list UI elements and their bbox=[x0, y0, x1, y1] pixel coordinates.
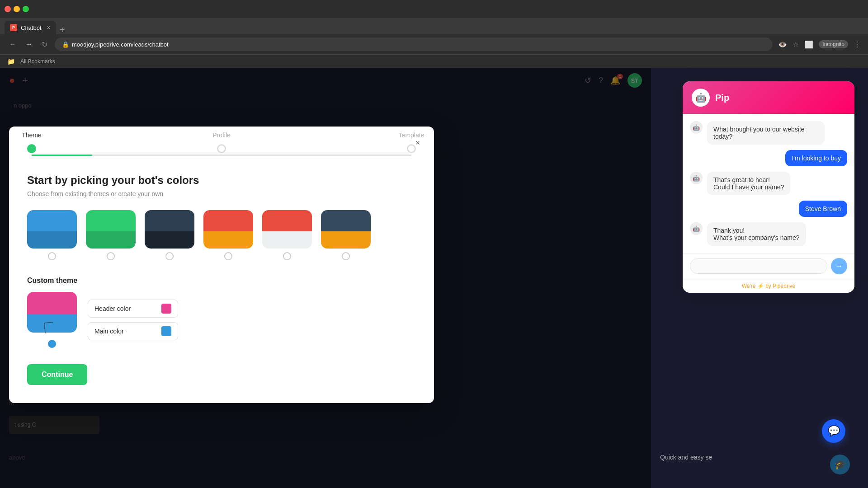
swatch-green-preview[interactable] bbox=[86, 210, 136, 249]
chat-widget: 🤖 Pip 🤖 What brought you to our website … bbox=[683, 81, 854, 293]
bot-bubble-3-line2: What's your company's name? bbox=[713, 234, 800, 241]
swatch-red-yellow-radio[interactable] bbox=[224, 252, 232, 260]
address-bar: ← → ↻ 🔒 moodjoy.pipedrive.com/leads/chat… bbox=[0, 34, 868, 54]
chat-fab-btn[interactable]: 💬 bbox=[822, 419, 845, 443]
step-profile: Profile bbox=[217, 144, 226, 153]
swatch-blue bbox=[27, 210, 77, 260]
footer-text: We're bbox=[742, 283, 756, 289]
url-text: moodjoy.pipedrive.com/leads/chatbot bbox=[72, 41, 169, 48]
user-bubble-1: I'm looking to buy bbox=[785, 150, 847, 166]
bot-bubble-2: That's great to hear! Could I have your … bbox=[707, 172, 790, 195]
step-template: Template bbox=[407, 144, 416, 153]
user-bubble-2: Steve Brown bbox=[799, 201, 847, 217]
bot-icon-2: 🤖 bbox=[690, 172, 703, 184]
bookmarks-label[interactable]: All Bookmarks bbox=[20, 58, 55, 65]
custom-swatch-wrapper bbox=[27, 292, 77, 348]
custom-swatch-radio[interactable] bbox=[48, 340, 56, 348]
incognito-label: Incognito bbox=[819, 40, 848, 48]
theme-modal: × Theme Profile Template bbox=[9, 127, 434, 403]
chat-preview-panel: 🤖 Pip 🤖 What brought you to our website … bbox=[651, 68, 868, 488]
forward-btn[interactable]: → bbox=[24, 38, 34, 50]
header-color-label: Header color bbox=[94, 305, 156, 312]
bookmarks-folder-icon: 📁 bbox=[7, 58, 15, 65]
chat-msg-1: 🤖 What brought you to our website today? bbox=[690, 121, 847, 145]
swatch-dark bbox=[145, 210, 194, 260]
active-tab[interactable]: P Chatbot × bbox=[5, 21, 56, 34]
more-options-icon[interactable]: ⋮ bbox=[854, 40, 861, 49]
swatch-dark-yellow bbox=[321, 210, 371, 260]
tab-favicon: P bbox=[10, 24, 17, 31]
chat-footer: We're ⚡ by Pipedrive bbox=[683, 279, 854, 293]
window-close-btn[interactable] bbox=[5, 6, 11, 12]
quick-easy-text: Quick and easy se bbox=[660, 454, 712, 461]
custom-swatch-preview[interactable] bbox=[27, 292, 77, 333]
chat-input[interactable] bbox=[690, 258, 827, 274]
swatch-blue-radio[interactable] bbox=[48, 252, 56, 260]
bot-icon-3: 🤖 bbox=[690, 222, 703, 235]
swatch-blue-preview[interactable] bbox=[27, 210, 77, 249]
tab-title: Chatbot bbox=[21, 24, 42, 31]
swatch-red-white bbox=[262, 210, 312, 260]
bot-avatar-icon: 🤖 bbox=[695, 92, 707, 103]
url-input[interactable]: 🔒 moodjoy.pipedrive.com/leads/chatbot bbox=[55, 38, 773, 51]
color-controls: Header color Main color bbox=[88, 300, 178, 340]
star-icon[interactable]: ☆ bbox=[793, 40, 799, 49]
chat-body: 🤖 What brought you to our website today?… bbox=[683, 114, 854, 253]
swatch-dark-radio[interactable] bbox=[165, 252, 174, 260]
step-theme: Theme bbox=[27, 144, 36, 153]
swatch-green-radio[interactable] bbox=[107, 252, 115, 260]
tab-close-btn[interactable]: × bbox=[47, 24, 51, 31]
swatch-green bbox=[86, 210, 136, 260]
chat-send-btn[interactable]: → bbox=[831, 258, 847, 274]
header-color-control: Header color bbox=[88, 300, 178, 318]
swatch-red-white-radio[interactable] bbox=[283, 252, 291, 260]
page-content: ● + ↺ ? 🔔1 ST n oppo M t using C above bbox=[0, 68, 868, 488]
send-icon: → bbox=[835, 262, 843, 270]
bot-bubble-3-line1: Thank you! bbox=[713, 227, 800, 234]
step-template-dot bbox=[407, 144, 416, 153]
main-color-picker[interactable] bbox=[161, 326, 171, 336]
window-controls bbox=[5, 6, 29, 12]
custom-swatch-bottom bbox=[27, 314, 77, 333]
custom-swatch-top bbox=[27, 292, 77, 314]
window-maximize-btn[interactable] bbox=[23, 6, 29, 12]
step-profile-dot bbox=[217, 144, 226, 153]
chat-fab-icon: 💬 bbox=[828, 425, 840, 437]
continue-button[interactable]: Continue bbox=[27, 364, 87, 385]
main-color-label: Main color bbox=[94, 328, 156, 335]
app-area: ● + ↺ ? 🔔1 ST n oppo M t using C above bbox=[0, 68, 651, 488]
chat-header: 🤖 Pip bbox=[683, 81, 854, 114]
main-color-control: Main color bbox=[88, 322, 178, 340]
step-theme-label: Theme bbox=[22, 131, 42, 139]
footer-suffix: by Pipedrive bbox=[765, 283, 795, 289]
swatch-red-white-preview[interactable] bbox=[262, 210, 312, 249]
chat-msg-2: I'm looking to buy bbox=[690, 150, 847, 166]
header-color-picker[interactable] bbox=[161, 304, 171, 314]
swatch-dark-yellow-preview[interactable] bbox=[321, 210, 371, 249]
custom-theme-section: Custom theme Header color bbox=[27, 277, 416, 348]
step-template-label: Template bbox=[399, 131, 425, 139]
window-minimize-btn[interactable] bbox=[14, 6, 20, 12]
swatch-dark-preview[interactable] bbox=[145, 210, 194, 249]
bot-name: Pip bbox=[715, 93, 729, 103]
tab-bar: P Chatbot × + bbox=[0, 18, 868, 34]
bot-bubble-2-line2: Could I have your name? bbox=[713, 183, 784, 191]
new-tab-btn[interactable]: + bbox=[60, 25, 65, 34]
refresh-btn[interactable]: ↻ bbox=[40, 38, 49, 51]
bot-bubble-1: What brought you to our website today? bbox=[707, 121, 825, 145]
sidebar-icon[interactable]: ⬜ bbox=[804, 40, 813, 49]
modal-subtitle: Choose from existing themes or create yo… bbox=[27, 190, 416, 197]
chat-msg-4: Steve Brown bbox=[690, 201, 847, 217]
title-bar bbox=[0, 0, 868, 18]
graduation-cap-btn[interactable]: 🎓 bbox=[830, 455, 850, 474]
back-btn[interactable]: ← bbox=[7, 38, 18, 50]
swatch-dark-yellow-radio[interactable] bbox=[342, 252, 350, 260]
bot-icon-1: 🤖 bbox=[690, 121, 703, 134]
custom-theme-content: Header color Main color bbox=[27, 292, 416, 348]
step-theme-dot bbox=[27, 144, 36, 153]
eye-slash-icon: 👁️ bbox=[778, 40, 787, 49]
bot-avatar: 🤖 bbox=[692, 89, 710, 107]
swatch-red-yellow-preview[interactable] bbox=[203, 210, 253, 249]
footer-brand-icon: ⚡ bbox=[757, 283, 765, 289]
bot-bubble-3: Thank you! What's your company's name? bbox=[707, 222, 806, 246]
